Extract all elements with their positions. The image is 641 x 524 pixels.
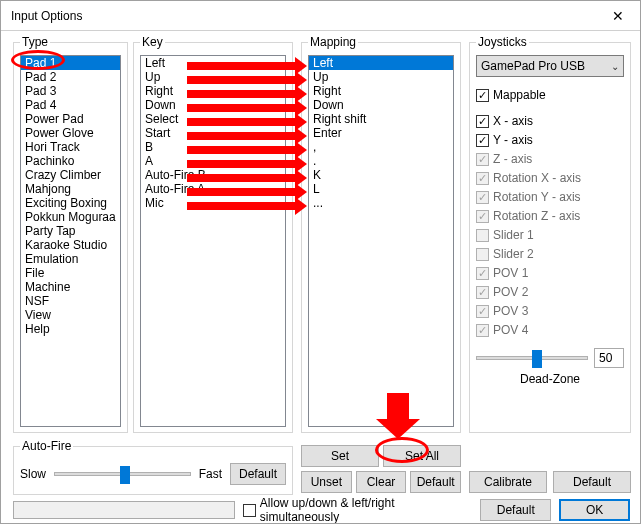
calibrate-button[interactable]: Calibrate [469, 471, 547, 493]
joystick-device-label: GamePad Pro USB [481, 59, 585, 73]
checkbox-icon: ✓ [476, 172, 489, 185]
mapping-button-row-2: Unset Clear Default [301, 471, 461, 493]
set-button[interactable]: Set [301, 445, 379, 467]
checkbox-icon [243, 504, 255, 517]
list-item[interactable]: Machine [21, 280, 120, 294]
list-item[interactable]: Crazy Climber [21, 168, 120, 182]
list-item[interactable]: Hori Track [21, 140, 120, 154]
type-listbox[interactable]: Pad 1Pad 2Pad 3Pad 4Power PadPower Glove… [20, 55, 121, 427]
list-item[interactable]: Auto-Fire A [141, 182, 285, 196]
list-item[interactable]: Right shift [309, 112, 453, 126]
list-item[interactable]: Left [309, 56, 453, 70]
mapping-legend: Mapping [308, 35, 358, 49]
joystick-check-label: Z - axis [493, 152, 532, 166]
list-item[interactable]: Pad 1 [21, 56, 120, 70]
joystick-check-rotation-y-axis: ✓Rotation Y - axis [476, 189, 624, 205]
type-legend: Type [20, 35, 50, 49]
joystick-check-pov-3: ✓POV 3 [476, 303, 624, 319]
list-item[interactable]: Help [21, 322, 120, 336]
checkbox-icon: ✓ [476, 115, 489, 128]
footer: Allow up/down & left/right simultaneousl… [13, 499, 630, 521]
clear-button[interactable]: Clear [356, 471, 407, 493]
checkbox-icon: ✓ [476, 324, 489, 337]
key-group: Key LeftUpRightDownSelectStartBAAuto-Fir… [133, 35, 293, 433]
list-item[interactable]: A [141, 154, 285, 168]
list-item[interactable]: File [21, 266, 120, 280]
ok-button[interactable]: OK [559, 499, 630, 521]
joystick-check-label: Rotation Y - axis [493, 190, 581, 204]
joystick-check-rotation-z-axis: ✓Rotation Z - axis [476, 208, 624, 224]
joystick-check-mappable[interactable]: ✓Mappable [476, 87, 624, 103]
autofire-slider-thumb[interactable] [120, 466, 130, 484]
deadzone-slider[interactable] [476, 356, 588, 360]
list-item[interactable]: Down [141, 98, 285, 112]
window-title: Input Options [11, 9, 82, 23]
list-item[interactable]: Pokkun Moguraa [21, 210, 120, 224]
list-item[interactable]: B [141, 140, 285, 154]
list-item[interactable]: ... [309, 196, 453, 210]
deadzone-slider-thumb[interactable] [532, 350, 542, 368]
joystick-check-x-axis[interactable]: ✓X - axis [476, 113, 624, 129]
close-button[interactable]: ✕ [595, 1, 640, 30]
list-item[interactable]: Exciting Boxing [21, 196, 120, 210]
set-all-button[interactable]: Set All [383, 445, 461, 467]
joystick-check-label: Y - axis [493, 133, 533, 147]
joystick-check-label: POV 3 [493, 304, 528, 318]
list-item[interactable]: Start [141, 126, 285, 140]
list-item[interactable]: Karaoke Studio [21, 238, 120, 252]
list-item[interactable]: Pad 4 [21, 98, 120, 112]
list-item[interactable]: Power Glove [21, 126, 120, 140]
joystick-check-label: Rotation Z - axis [493, 209, 580, 223]
list-item[interactable]: Mahjong [21, 182, 120, 196]
list-item[interactable]: Party Tap [21, 224, 120, 238]
deadzone-row: 50 [476, 348, 624, 368]
type-group: Type Pad 1Pad 2Pad 3Pad 4Power PadPower … [13, 35, 128, 433]
list-item[interactable]: Pachinko [21, 154, 120, 168]
autofire-slider[interactable] [54, 472, 191, 476]
list-item[interactable]: NSF [21, 294, 120, 308]
list-item[interactable]: Right [141, 84, 285, 98]
close-icon: ✕ [612, 8, 624, 24]
joystick-check-z-axis: ✓Z - axis [476, 151, 624, 167]
list-item[interactable]: Emulation [21, 252, 120, 266]
key-listbox[interactable]: LeftUpRightDownSelectStartBAAuto-Fire BA… [140, 55, 286, 427]
joystick-default-button[interactable]: Default [553, 471, 631, 493]
joystick-check-y-axis[interactable]: ✓Y - axis [476, 132, 624, 148]
simultaneous-checkbox[interactable]: Allow up/down & left/right simultaneousl… [243, 499, 464, 521]
autofire-legend: Auto-Fire [20, 439, 73, 453]
list-item[interactable]: Pad 2 [21, 70, 120, 84]
unset-button[interactable]: Unset [301, 471, 352, 493]
list-item[interactable]: Left [141, 56, 285, 70]
list-item[interactable]: L [309, 182, 453, 196]
mapping-group: Mapping LeftUpRightDownRight shiftEnter,… [301, 35, 461, 433]
checkbox-icon [476, 229, 489, 242]
footer-default-button[interactable]: Default [480, 499, 551, 521]
checkbox-icon: ✓ [476, 134, 489, 147]
joystick-check-pov-4: ✓POV 4 [476, 322, 624, 338]
mapping-listbox[interactable]: LeftUpRightDownRight shiftEnter,.KL... [308, 55, 454, 427]
list-item[interactable]: Mic [141, 196, 285, 210]
status-bar [13, 501, 235, 519]
list-item[interactable]: Enter [309, 126, 453, 140]
list-item[interactable]: Pad 3 [21, 84, 120, 98]
simultaneous-label: Allow up/down & left/right simultaneousl… [260, 496, 465, 524]
checkbox-icon: ✓ [476, 89, 489, 102]
joystick-check-label: Rotation X - axis [493, 171, 581, 185]
joystick-check-label: Slider 2 [493, 247, 534, 261]
list-item[interactable]: Select [141, 112, 285, 126]
joystick-device-combo[interactable]: GamePad Pro USB ⌄ [476, 55, 624, 77]
list-item[interactable]: K [309, 168, 453, 182]
joystick-check-slider-2: Slider 2 [476, 246, 624, 262]
mapping-default-button[interactable]: Default [410, 471, 461, 493]
list-item[interactable]: View [21, 308, 120, 322]
list-item[interactable]: , [309, 140, 453, 154]
autofire-default-button[interactable]: Default [230, 463, 286, 485]
list-item[interactable]: Right [309, 84, 453, 98]
list-item[interactable]: Up [141, 70, 285, 84]
list-item[interactable]: Auto-Fire B [141, 168, 285, 182]
list-item[interactable]: Down [309, 98, 453, 112]
list-item[interactable]: . [309, 154, 453, 168]
list-item[interactable]: Up [309, 70, 453, 84]
list-item[interactable]: Power Pad [21, 112, 120, 126]
checkbox-icon: ✓ [476, 286, 489, 299]
